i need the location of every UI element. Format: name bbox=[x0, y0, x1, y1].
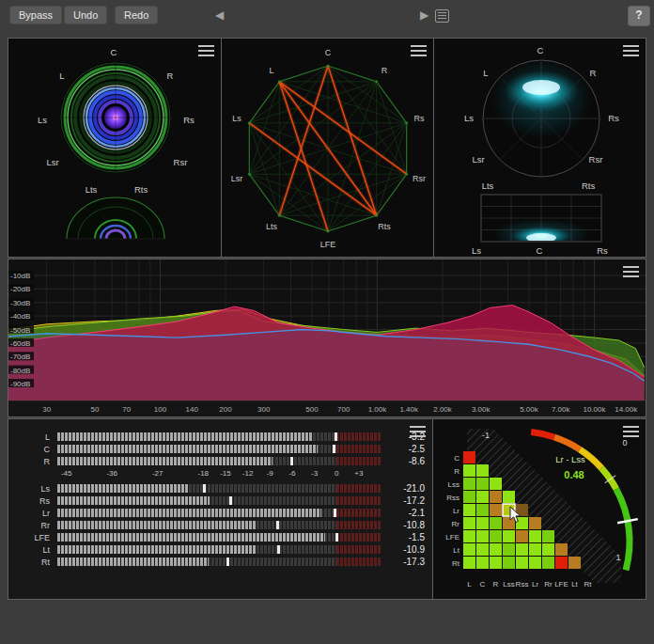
correlation-cell[interactable] bbox=[463, 543, 475, 556]
correlation-cell[interactable] bbox=[463, 530, 475, 542]
correlation-cell[interactable] bbox=[516, 557, 528, 569]
matrix-row-label: LFE bbox=[445, 533, 459, 542]
correlation-cell[interactable] bbox=[555, 557, 568, 569]
freq-axis-label: 14.00k bbox=[615, 405, 638, 414]
preset-list-icon[interactable] bbox=[435, 9, 449, 23]
channel-label: R bbox=[382, 66, 388, 75]
correlation-cell[interactable] bbox=[463, 464, 475, 477]
panel-menu-icon[interactable] bbox=[410, 426, 426, 438]
freq-axis-label: 300 bbox=[257, 405, 271, 414]
db-axis-label: -20dB bbox=[10, 285, 30, 293]
correlation-cell[interactable] bbox=[503, 530, 515, 542]
channel-label: Rsr bbox=[413, 174, 426, 183]
correlation-cell[interactable] bbox=[463, 504, 475, 516]
channel-label: R bbox=[590, 68, 597, 78]
panel-menu-icon[interactable] bbox=[623, 45, 639, 57]
correlation-matrix-visualization[interactable]: CRLssRssLrRrLFELtRtLCRLssRssLrRrLFELtRt-… bbox=[433, 419, 646, 599]
correlation-cell[interactable] bbox=[463, 451, 475, 463]
matrix-col-label: L bbox=[467, 580, 472, 589]
correlation-cell[interactable] bbox=[476, 530, 489, 542]
channel-label: Lsr bbox=[231, 174, 243, 183]
next-preset-icon[interactable]: ▶ bbox=[420, 8, 428, 22]
correlation-cell[interactable] bbox=[529, 543, 541, 556]
correlation-cell[interactable] bbox=[542, 530, 554, 542]
channel-label: C bbox=[325, 48, 332, 57]
meter-red-zone bbox=[336, 545, 382, 554]
correlation-cell[interactable] bbox=[490, 543, 502, 556]
correlation-cell[interactable] bbox=[490, 530, 502, 542]
channel-label: Ls bbox=[38, 115, 47, 125]
correlation-cell[interactable] bbox=[490, 478, 502, 490]
help-button[interactable]: ? bbox=[628, 6, 650, 26]
channel-label: C bbox=[111, 47, 117, 57]
correlation-cell[interactable] bbox=[476, 557, 489, 569]
meter-value: -17.2 bbox=[382, 495, 425, 506]
meter-channel-label: Rr bbox=[16, 521, 57, 530]
correlation-cell[interactable] bbox=[529, 557, 541, 569]
meter-peak-indicator bbox=[203, 484, 206, 493]
correlation-cell[interactable] bbox=[490, 491, 502, 503]
channel-label: Lsr bbox=[472, 154, 484, 165]
panel-menu-icon[interactable] bbox=[411, 45, 427, 57]
correlation-cell[interactable] bbox=[476, 478, 489, 490]
correlation-cell[interactable] bbox=[516, 530, 528, 542]
bypass-button[interactable]: Bypass bbox=[9, 6, 62, 24]
correlation-cell[interactable] bbox=[476, 504, 489, 516]
level-meters-panel: L-3.2C-2.5R-8.6-45-36-27-18-15-12-9-6-30… bbox=[8, 418, 433, 600]
meter-peak-indicator bbox=[335, 533, 338, 542]
correlation-cell[interactable] bbox=[463, 517, 475, 529]
correlation-cell[interactable] bbox=[503, 491, 515, 503]
correlation-cell[interactable] bbox=[529, 517, 541, 529]
correlation-cell[interactable] bbox=[503, 557, 515, 569]
correlation-cell[interactable] bbox=[476, 543, 489, 556]
meter-peak-indicator bbox=[276, 521, 279, 529]
undo-button[interactable]: Undo bbox=[64, 6, 107, 24]
redo-button[interactable]: Redo bbox=[115, 6, 158, 24]
matrix-col-label: Lss bbox=[503, 580, 514, 589]
correlation-cell[interactable] bbox=[568, 557, 581, 569]
meter-fill bbox=[57, 521, 257, 529]
correlation-cell[interactable] bbox=[516, 504, 528, 516]
correlation-cell[interactable] bbox=[529, 530, 541, 542]
meter-red-zone bbox=[336, 496, 382, 505]
previous-preset-icon[interactable]: ◀ bbox=[215, 8, 224, 22]
correlation-cell[interactable] bbox=[503, 543, 515, 556]
height-channel-label: Rts bbox=[134, 184, 148, 195]
spectrum-analyzer-plot: -10dB-20dB-30dB-40dB-50dB-60dB-70dB-80dB… bbox=[8, 259, 646, 416]
channel-label: Rs bbox=[183, 115, 195, 125]
correlation-cell[interactable] bbox=[476, 464, 489, 477]
correlation-cell[interactable] bbox=[542, 543, 554, 556]
meter-channel-label: LFE bbox=[16, 533, 57, 542]
channel-label: C bbox=[537, 245, 543, 256]
meter-bar bbox=[57, 533, 382, 542]
matrix-col-label: Rss bbox=[516, 580, 529, 589]
panel-menu-icon[interactable] bbox=[623, 266, 639, 278]
correlation-cell[interactable] bbox=[542, 557, 554, 569]
correlation-cell[interactable] bbox=[476, 517, 489, 529]
correlation-cell[interactable] bbox=[463, 557, 475, 569]
correlation-cell[interactable] bbox=[516, 543, 528, 556]
correlation-cell[interactable] bbox=[463, 478, 475, 490]
matrix-row-label: Rr bbox=[452, 520, 460, 528]
correlation-cell[interactable] bbox=[476, 491, 489, 503]
panel-menu-icon[interactable] bbox=[198, 45, 214, 57]
meter-fill bbox=[57, 558, 209, 566]
freq-axis-label: 1.40k bbox=[399, 405, 419, 414]
meter-red-zone bbox=[336, 558, 382, 566]
correlation-cell[interactable] bbox=[490, 557, 502, 569]
correlation-cell[interactable] bbox=[555, 543, 568, 556]
correlation-cell[interactable] bbox=[490, 517, 502, 529]
channel-label: Ls bbox=[232, 114, 241, 123]
channel-web-panel: CRRsRsrRtsLFELtsLsrLsL bbox=[221, 38, 434, 258]
correlation-cell[interactable] bbox=[463, 491, 475, 503]
correlation-cell[interactable] bbox=[516, 517, 528, 529]
panel-menu-icon[interactable] bbox=[623, 426, 639, 438]
scale-tick-label: -9 bbox=[267, 469, 273, 478]
spectrum-analyzer-panel: -10dB-20dB-30dB-40dB-50dB-60dB-70dB-80dB… bbox=[8, 259, 646, 417]
correlation-cell[interactable] bbox=[503, 517, 515, 529]
correlation-cell[interactable] bbox=[503, 504, 515, 516]
channel-label: Rs bbox=[597, 245, 608, 256]
correlation-cell[interactable] bbox=[490, 504, 502, 516]
correlation-readout-label: Lr - Lss bbox=[555, 454, 585, 464]
channel-web-visualization: CRRsRsrRtsLFELtsLsrLsL bbox=[222, 39, 433, 257]
